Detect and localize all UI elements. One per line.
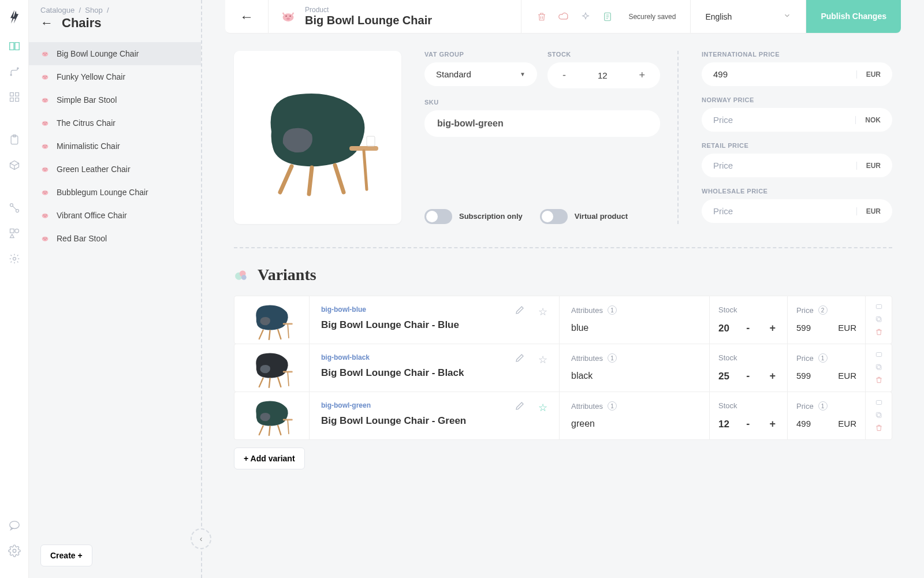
duplicate-icon[interactable]: [875, 315, 883, 325]
stock-plus-button[interactable]: +: [766, 418, 778, 430]
sidebar-item-label: Green Leather Chair: [57, 165, 131, 174]
variants-title: Variants: [258, 266, 316, 284]
nav-gear-icon[interactable]: [8, 252, 21, 266]
product-type-icon: [40, 49, 50, 58]
sidebar-item-product[interactable]: Funky Yellow Chair: [29, 65, 201, 88]
svg-point-34: [44, 147, 46, 148]
svg-rect-79: [877, 366, 881, 370]
document-icon[interactable]: [602, 11, 613, 23]
sidebar-item-product[interactable]: The Citrus Chair: [29, 111, 201, 135]
svg-point-20: [43, 76, 44, 77]
nav-catalogue-icon[interactable]: [8, 39, 21, 53]
product-image[interactable]: [234, 51, 401, 224]
nav-pipeline-icon[interactable]: [8, 201, 21, 215]
sidebar-item-product[interactable]: Vibrant Office Chair: [29, 204, 201, 227]
stock-minus-button[interactable]: -: [743, 370, 752, 382]
vat-group-select[interactable]: Standard ▼: [424, 62, 537, 86]
chevron-down-icon: ▼: [520, 71, 526, 77]
product-type-label: Product: [305, 6, 432, 14]
stock-input[interactable]: - 12 +: [547, 62, 660, 88]
variant-row: big-bowl-greenBig Bowl Lounge Chair - Gr…: [234, 391, 892, 440]
nav-route-icon[interactable]: [8, 65, 21, 79]
variant-price-currency: EUR: [838, 371, 856, 381]
price-input[interactable]: PriceNOK: [702, 108, 892, 132]
collapse-handle-icon[interactable]: ‹: [191, 528, 211, 549]
variant-price-label: Price 1: [796, 401, 856, 411]
star-icon[interactable]: ☆: [538, 305, 547, 318]
svg-point-44: [43, 215, 44, 215]
price-input[interactable]: 499EUR: [702, 62, 892, 86]
svg-point-27: [42, 121, 49, 126]
trash-icon[interactable]: [875, 424, 883, 434]
expand-icon[interactable]: [875, 350, 883, 360]
expand-icon[interactable]: [875, 398, 883, 408]
sidebar-item-product[interactable]: Minimalistic Chair: [29, 135, 201, 158]
stock-plus-button[interactable]: +: [766, 370, 778, 382]
variant-image: [246, 299, 298, 342]
price-input[interactable]: PriceEUR: [702, 199, 892, 223]
expand-icon[interactable]: [875, 303, 883, 312]
breadcrumb[interactable]: Catalogue / Shop /: [40, 6, 109, 14]
star-icon[interactable]: ☆: [538, 401, 547, 414]
nav-clipboard-icon[interactable]: [8, 133, 21, 147]
language-select[interactable]: English: [691, 0, 806, 33]
svg-line-75: [269, 378, 270, 387]
product-title: Big Bowl Lounge Chair: [305, 14, 432, 27]
sidebar-item-product[interactable]: Bubblegum Lounge Chair: [29, 181, 201, 204]
edit-icon[interactable]: [515, 305, 524, 316]
main-content: ← Product Big Bowl Lounge Chair Securely…: [202, 0, 924, 578]
variant-price-label: Price 1: [796, 353, 856, 363]
sparkle-icon[interactable]: [580, 11, 591, 23]
stock-plus-button[interactable]: +: [766, 322, 778, 334]
duplicate-icon[interactable]: [875, 411, 883, 421]
nav-chat-icon[interactable]: [8, 519, 21, 532]
nav-box-icon[interactable]: [8, 158, 21, 172]
sku-input[interactable]: big-bowl-green: [424, 110, 660, 137]
product-type-icon: [40, 188, 50, 197]
duplicate-icon[interactable]: [875, 363, 883, 373]
variant-stock-value: 25: [718, 371, 729, 382]
price-input[interactable]: PriceEUR: [702, 154, 892, 177]
stock-value: 12: [598, 70, 608, 80]
svg-line-59: [309, 167, 312, 194]
cloud-icon[interactable]: [558, 11, 569, 23]
variant-price-currency: EUR: [838, 323, 856, 333]
trash-icon[interactable]: [875, 328, 883, 338]
trash-icon[interactable]: [875, 376, 883, 386]
sidebar-item-product[interactable]: Red Bar Stool: [29, 227, 201, 250]
create-button[interactable]: Create +: [40, 545, 92, 566]
sidebar-item-product[interactable]: Green Leather Chair: [29, 158, 201, 181]
nav-grid-icon[interactable]: [8, 90, 21, 104]
variant-image: [246, 394, 298, 438]
edit-icon[interactable]: [515, 401, 524, 412]
publish-button[interactable]: Publish Changes: [806, 0, 901, 33]
price-label: WHOLESALE PRICE: [702, 188, 892, 195]
subscription-toggle[interactable]: [424, 209, 452, 224]
stock-minus-button[interactable]: -: [743, 322, 752, 334]
stock-minus-button[interactable]: -: [558, 67, 571, 84]
variant-attr-value: green: [571, 419, 698, 429]
price-label: RETAIL PRICE: [702, 142, 892, 149]
price-value: Price: [713, 206, 733, 216]
svg-line-82: [259, 426, 263, 434]
sidebar-item-label: Funky Yellow Chair: [57, 72, 125, 81]
nav-settings-icon[interactable]: [8, 544, 21, 558]
svg-line-58: [280, 166, 292, 192]
svg-rect-57: [367, 136, 375, 146]
variant-stock-label: Stock: [718, 353, 778, 362]
sidebar-item-product[interactable]: Simple Bar Stool: [29, 88, 201, 111]
star-icon[interactable]: ☆: [538, 353, 547, 366]
sidebar-item-label: Minimalistic Chair: [57, 141, 120, 151]
svg-point-13: [9, 521, 19, 529]
nav-shapes-icon[interactable]: [8, 226, 21, 240]
sidebar-item-product[interactable]: Big Bowl Lounge Chair: [29, 42, 201, 65]
topbar-back-icon[interactable]: ←: [240, 9, 254, 25]
stock-minus-button[interactable]: -: [743, 418, 752, 430]
delete-icon[interactable]: [536, 11, 547, 23]
svg-point-0: [10, 74, 12, 76]
back-arrow-icon[interactable]: ←: [40, 16, 53, 31]
stock-plus-button[interactable]: +: [634, 67, 650, 84]
virtual-toggle[interactable]: [540, 209, 568, 224]
add-variant-button[interactable]: + Add variant: [234, 448, 305, 469]
edit-icon[interactable]: [515, 353, 524, 364]
